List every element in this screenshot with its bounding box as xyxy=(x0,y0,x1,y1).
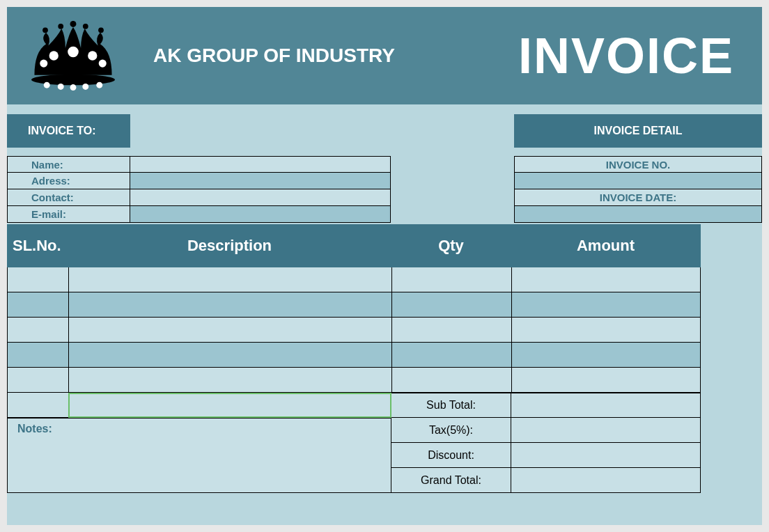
table-row xyxy=(7,343,762,368)
address-label: Adress: xyxy=(7,173,130,189)
th-amount: Amount xyxy=(511,224,701,267)
invoice-detail-label: INVOICE DETAIL xyxy=(514,114,762,148)
cell-amt[interactable] xyxy=(511,267,701,292)
table-row xyxy=(7,292,762,318)
svg-point-10 xyxy=(99,60,107,68)
invoice-title: INVOICE xyxy=(518,27,734,84)
summary-subtotal-row: Sub Total: xyxy=(7,393,762,418)
cell-sl[interactable] xyxy=(7,368,68,393)
invoice-no-label: INVOICE NO. xyxy=(514,156,762,173)
contact-label: Contact: xyxy=(7,189,130,206)
svg-point-15 xyxy=(98,27,104,33)
discount-value[interactable] xyxy=(511,443,701,468)
subtotal-label: Sub Total: xyxy=(391,393,511,418)
tax-label: Tax(5%): xyxy=(391,418,511,443)
cell-desc[interactable] xyxy=(68,368,391,393)
grand-total-label: Grand Total: xyxy=(391,468,511,493)
cell-desc[interactable] xyxy=(68,267,391,292)
cell-qty[interactable] xyxy=(391,292,511,318)
svg-point-4 xyxy=(82,84,88,90)
cell-sl[interactable] xyxy=(7,267,68,292)
cell-desc[interactable] xyxy=(68,292,391,318)
invoice-no-value[interactable] xyxy=(514,173,762,189)
svg-point-3 xyxy=(70,84,77,91)
svg-point-12 xyxy=(58,24,63,29)
cell-sl[interactable] xyxy=(7,343,68,368)
invoice-detail-fields: INVOICE NO. INVOICE DATE: xyxy=(514,156,762,223)
invoice-page: AK GROUP OF INDUSTRY INVOICE INVOICE TO:… xyxy=(7,7,762,525)
address-input[interactable] xyxy=(130,173,391,189)
cell-amt[interactable] xyxy=(511,292,701,318)
cell-qty[interactable] xyxy=(391,343,511,368)
cell-qty[interactable] xyxy=(391,267,511,292)
table-row xyxy=(7,267,762,292)
discount-label: Discount: xyxy=(391,443,511,468)
cell-amt[interactable] xyxy=(511,318,701,343)
svg-point-13 xyxy=(83,24,88,29)
header-banner: AK GROUP OF INDUSTRY INVOICE xyxy=(7,7,762,104)
invoice-to-label: INVOICE TO: xyxy=(7,114,130,148)
th-slno: SL.No. xyxy=(7,224,68,267)
cell-desc[interactable] xyxy=(68,343,391,368)
svg-point-9 xyxy=(40,60,47,68)
svg-point-2 xyxy=(58,84,64,90)
selected-cell[interactable] xyxy=(68,393,391,418)
cell-qty[interactable] xyxy=(391,368,511,393)
contact-input[interactable] xyxy=(130,189,391,206)
tax-value[interactable] xyxy=(511,418,701,443)
grand-total-value[interactable] xyxy=(511,468,701,493)
table-row xyxy=(7,318,762,343)
svg-point-0 xyxy=(31,75,115,86)
email-label: E-mail: xyxy=(7,206,130,223)
table-header: SL.No. Description Qty Amount xyxy=(7,224,762,267)
cell-amt[interactable] xyxy=(511,368,701,393)
subtotal-value[interactable] xyxy=(511,393,701,418)
info-header-row: INVOICE TO: INVOICE DETAIL xyxy=(7,114,762,148)
svg-point-11 xyxy=(70,21,77,27)
invoice-date-value[interactable] xyxy=(514,206,762,223)
company-name: AK GROUP OF INDUSTRY xyxy=(153,45,395,67)
invoice-to-fields: Name: Adress: Contact: E-mail: xyxy=(7,156,391,223)
notes-area[interactable]: Notes: xyxy=(7,418,391,493)
th-description: Description xyxy=(68,224,391,267)
email-input[interactable] xyxy=(130,206,391,223)
name-input[interactable] xyxy=(130,156,391,173)
cell-qty[interactable] xyxy=(391,318,511,343)
cell-sl[interactable] xyxy=(7,292,68,318)
svg-point-5 xyxy=(96,82,102,88)
cell-amt[interactable] xyxy=(511,343,701,368)
summary-tax-row: Notes: Tax(5%): xyxy=(7,418,762,443)
svg-point-8 xyxy=(88,51,97,60)
table-row xyxy=(7,368,762,393)
th-qty: Qty xyxy=(391,224,511,267)
cell-sl[interactable] xyxy=(7,318,68,343)
crown-icon xyxy=(21,17,125,94)
invoice-date-label: INVOICE DATE: xyxy=(514,189,762,206)
svg-point-6 xyxy=(49,51,59,60)
svg-point-7 xyxy=(68,47,79,58)
cell-desc[interactable] xyxy=(68,318,391,343)
name-label: Name: xyxy=(7,156,130,173)
svg-point-1 xyxy=(44,82,50,88)
notes-label: Notes: xyxy=(17,423,52,435)
svg-point-14 xyxy=(42,27,48,33)
